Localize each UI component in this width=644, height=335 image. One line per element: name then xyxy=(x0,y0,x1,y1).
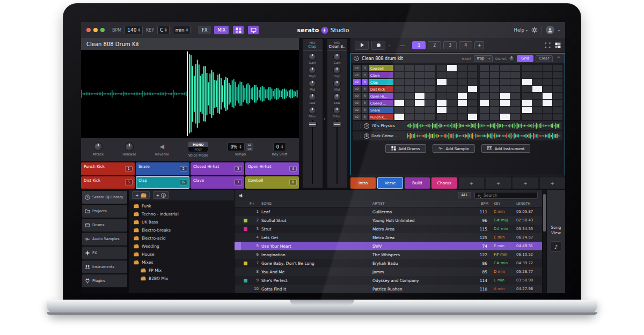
step-cell[interactable] xyxy=(510,86,520,92)
mono-option[interactable]: MONO xyxy=(188,142,208,147)
drum-pad-snare[interactable]: Snare2 xyxy=(136,162,189,175)
step-cell[interactable] xyxy=(553,86,562,92)
step-cell[interactable] xyxy=(437,72,447,78)
step-cell[interactable] xyxy=(543,65,552,71)
stepper-arrows-icon[interactable]: ▲▼ xyxy=(239,145,241,149)
step-cell[interactable] xyxy=(553,107,562,113)
step-cell[interactable] xyxy=(468,114,478,120)
display-mode-button[interactable] xyxy=(248,26,259,34)
step-cell[interactable] xyxy=(553,79,562,85)
step-cell[interactable] xyxy=(394,86,404,92)
crate-item-fp-mix[interactable]: FP Mix xyxy=(129,266,234,274)
stepper-arrows-icon[interactable]: ▲▼ xyxy=(281,145,283,149)
drum-pad-dist-kick[interactable]: Dist Kick5 xyxy=(81,176,135,189)
step-cell[interactable] xyxy=(405,79,414,85)
window-close-button[interactable] xyxy=(86,28,91,32)
sidebar-item-projects[interactable]: Projects xyxy=(82,205,127,218)
song-row[interactable]: 3StrutMetro Area115D# min05:34.55 xyxy=(235,225,542,233)
key-shift-stepper[interactable]: 0 ▲▼ xyxy=(273,143,287,151)
row-name-chip[interactable]: Closed ... xyxy=(369,100,393,106)
step-cell[interactable] xyxy=(447,72,457,78)
add-section-button[interactable]: + xyxy=(459,177,484,189)
step-cell[interactable] xyxy=(425,107,435,113)
step-cell[interactable] xyxy=(415,114,425,120)
channel-fader[interactable] xyxy=(333,120,341,185)
step-cell[interactable] xyxy=(510,93,520,99)
crate-item-house[interactable]: House xyxy=(129,250,234,258)
low-knob[interactable] xyxy=(309,93,316,101)
filter-knob[interactable] xyxy=(309,107,316,114)
fx-button[interactable]: FX xyxy=(198,26,211,34)
sidebar-item-plugins[interactable]: Plugins xyxy=(82,274,127,287)
step-cell[interactable] xyxy=(415,79,425,85)
step-cell[interactable] xyxy=(458,107,467,113)
step-cell[interactable] xyxy=(468,100,478,106)
column-header-song[interactable]: SONG xyxy=(261,202,372,206)
add-section-button[interactable]: + xyxy=(540,177,565,189)
step-cell[interactable] xyxy=(532,107,542,113)
step-cell[interactable] xyxy=(447,100,457,106)
step-cell[interactable] xyxy=(500,114,510,120)
crate-item-funk[interactable]: Funk xyxy=(129,202,234,210)
song-row[interactable]: 7Gone Baby, Don't Be LongErykah Badu86C#… xyxy=(235,259,542,267)
step-cell[interactable] xyxy=(458,65,467,71)
drum-pad-open-hi-hat[interactable]: Open Hi-hat4 xyxy=(245,162,299,175)
stepper-arrows-icon[interactable]: ▲▼ xyxy=(138,28,140,32)
step-cell[interactable] xyxy=(405,72,414,78)
column-header-bpm[interactable]: BPM xyxy=(469,202,488,206)
waveform-display[interactable] xyxy=(81,50,299,138)
step-cell[interactable] xyxy=(480,93,489,99)
row-name-chip[interactable]: Punch K... xyxy=(369,114,393,120)
transport-options-button[interactable]: - xyxy=(388,42,391,48)
scrollbar-thumb[interactable] xyxy=(543,194,546,232)
step-cell[interactable] xyxy=(543,72,552,78)
row-name-chip[interactable]: Cowbell xyxy=(369,65,393,71)
step-cell[interactable] xyxy=(522,65,532,71)
filter-knob[interactable] xyxy=(333,107,341,114)
poly-option[interactable]: POLY xyxy=(188,147,208,152)
account-avatar[interactable] xyxy=(546,26,554,34)
step-cell[interactable] xyxy=(447,107,457,113)
add-section-button[interactable]: + xyxy=(486,177,511,189)
step-cell[interactable] xyxy=(437,107,447,113)
grid-button[interactable]: Grid xyxy=(517,55,533,62)
song-row[interactable]: 4Lets GetMetro Area125C min06:24.57 xyxy=(235,233,542,242)
step-cell[interactable] xyxy=(394,72,404,78)
bpm-stepper[interactable]: 140 ▲▼ xyxy=(125,26,143,34)
scene-button-1[interactable]: 1 xyxy=(412,41,426,49)
step-cell[interactable] xyxy=(415,86,425,92)
high-knob[interactable] xyxy=(333,66,341,74)
step-cell[interactable] xyxy=(532,93,542,99)
count-badge[interactable]: 3 xyxy=(362,79,368,85)
step-cell[interactable] xyxy=(532,72,542,78)
section-build[interactable]: Build xyxy=(405,177,430,189)
search-box[interactable] xyxy=(474,192,538,199)
step-cell[interactable] xyxy=(394,65,404,71)
drag-handle-icon[interactable]: ⋮⋮ xyxy=(355,134,362,138)
step-cell[interactable] xyxy=(500,100,510,106)
count-badge[interactable]: 3 xyxy=(362,65,368,71)
step-cell[interactable] xyxy=(553,72,562,78)
step-cell[interactable] xyxy=(543,86,552,92)
step-cell[interactable] xyxy=(468,107,478,113)
section-verse[interactable]: Verse xyxy=(377,177,402,189)
step-cell[interactable] xyxy=(405,65,414,71)
count-badge[interactable]: 3 xyxy=(362,72,368,78)
help-menu[interactable]: Help▾ xyxy=(514,27,528,33)
repeat-badge[interactable]: x2 xyxy=(353,65,361,71)
sidebar-item-fx[interactable]: FX xyxy=(82,247,127,259)
song-row[interactable]: 1LeafGuillermo111C min05:05.87 xyxy=(235,207,542,216)
step-cell[interactable] xyxy=(425,86,435,92)
repeat-badge[interactable]: x2 xyxy=(353,107,361,113)
step-cell[interactable] xyxy=(543,100,552,106)
count-badge[interactable]: 3 xyxy=(362,100,368,106)
step-cell[interactable] xyxy=(553,65,562,71)
step-cell[interactable] xyxy=(405,93,414,99)
grid-view-icon[interactable] xyxy=(555,40,561,50)
step-cell[interactable] xyxy=(553,93,562,99)
add-section-button[interactable]: + xyxy=(513,177,538,189)
step-cell[interactable] xyxy=(480,114,489,120)
step-cell[interactable] xyxy=(500,79,510,85)
repeat-badge[interactable]: x2 xyxy=(353,86,361,92)
step-cell[interactable] xyxy=(532,86,542,92)
